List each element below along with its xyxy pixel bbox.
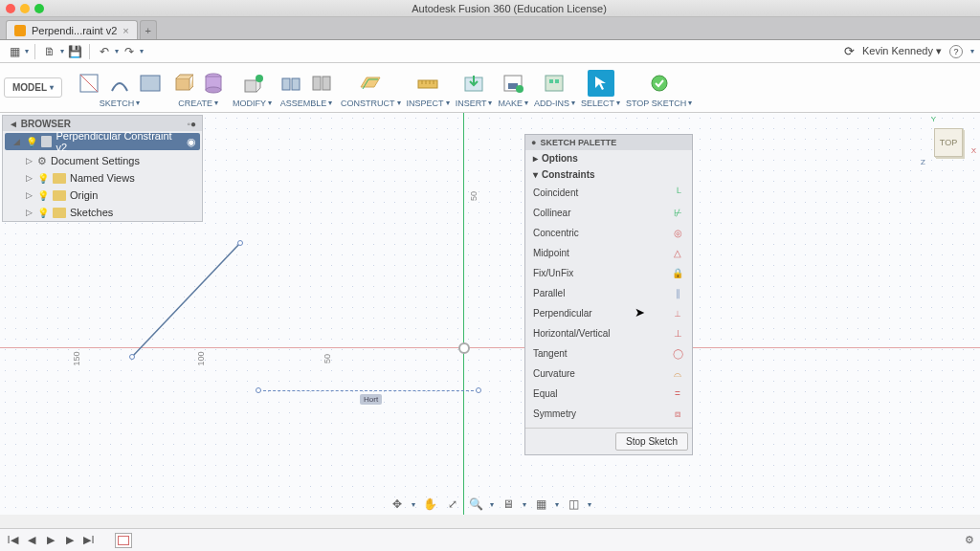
collapse-icon[interactable]: ◢ [12, 137, 22, 146]
ribbon-group-label[interactable]: CONSTRUCT ▾ [341, 99, 401, 108]
redo-icon[interactable]: ↷ [121, 43, 138, 60]
ribbon-group-label[interactable]: INSPECT ▾ [407, 99, 450, 108]
timeline-end-icon[interactable]: ▶I [82, 534, 96, 546]
viewport-icon[interactable]: ◫ [565, 496, 582, 512]
stop-sketch-icon[interactable] [646, 70, 673, 97]
sketch-endpoint[interactable] [476, 387, 481, 393]
constraint-concentric[interactable]: Concentric◎ [525, 223, 692, 243]
save-icon[interactable]: 💾 [66, 43, 83, 60]
constraint-midpoint[interactable]: Midpoint△ [525, 243, 692, 263]
constraint-perpendicular[interactable]: Perpendicular⟂ [525, 303, 692, 323]
expand-icon[interactable]: ▷ [24, 173, 33, 183]
chevron-down-icon[interactable]: ▾ [60, 47, 64, 55]
constraint-horizontalvertical[interactable]: Horizontal/Vertical⊥ [525, 323, 692, 343]
ribbon-group-label[interactable]: INSERT ▾ [456, 99, 493, 108]
timeline-start-icon[interactable]: I◀ [6, 534, 19, 546]
constraint-tangent[interactable]: Tangent◯ [525, 343, 692, 364]
visibility-icon[interactable]: 💡 [37, 173, 49, 184]
joint-origin-icon[interactable] [308, 70, 335, 97]
ribbon-group-label[interactable]: SKETCH ▾ [100, 99, 141, 108]
fit-icon[interactable]: 🔍 [467, 496, 484, 512]
addins-icon[interactable] [541, 70, 568, 97]
palette-header[interactable]: ● SKETCH PALETTE [525, 135, 692, 150]
palette-section-constraints[interactable]: ▾ Constraints [525, 166, 692, 183]
ribbon-group-label[interactable]: SELECT ▾ [581, 99, 620, 108]
minimize-window-icon[interactable] [20, 4, 30, 13]
ribbon-group-label[interactable]: CREATE ▾ [178, 99, 218, 108]
timeline-settings-icon[interactable]: ⚙ [965, 534, 974, 546]
constraint-parallel[interactable]: Parallel∥ [525, 283, 692, 303]
insert-icon[interactable] [460, 70, 487, 97]
active-radio-icon[interactable]: ◉ [187, 136, 196, 148]
chevron-down-icon[interactable]: ▾ [115, 47, 119, 55]
joint-icon[interactable] [278, 70, 304, 97]
constraint-curvature[interactable]: Curvature⌓ [525, 364, 692, 384]
expand-icon[interactable]: ▷ [24, 190, 33, 200]
pan-icon[interactable]: ✋ [421, 496, 438, 512]
sketch-endpoint[interactable] [237, 240, 243, 246]
data-panel-icon[interactable]: ▦ [6, 43, 23, 60]
timeline-next-icon[interactable]: ▶ [63, 534, 77, 546]
browser-root-node[interactable]: ◢ 💡 Perpendicular Constraint v2 ◉ [5, 133, 200, 150]
ribbon-group-label[interactable]: ASSEMBLE ▾ [280, 99, 333, 108]
expand-icon[interactable]: ▷ [24, 156, 33, 165]
box-icon[interactable] [169, 70, 196, 97]
visibility-icon[interactable]: 💡 [37, 208, 49, 218]
undo-icon[interactable]: ↶ [96, 43, 113, 60]
constraint-collinear[interactable]: Collinear⊬ [525, 203, 692, 223]
constraint-symmetry[interactable]: Symmetry⧈ [525, 404, 692, 424]
ribbon-group-label[interactable]: MAKE ▾ [498, 99, 528, 108]
file-menu-icon[interactable]: 🗎 [41, 43, 58, 60]
zoom-icon[interactable]: ⤢ [444, 496, 461, 512]
timeline-play-icon[interactable]: ▶ [44, 534, 57, 546]
viewcube-face[interactable]: TOP [934, 128, 963, 157]
expand-icon[interactable]: ▷ [24, 208, 33, 217]
plane-icon[interactable] [357, 70, 384, 97]
chevron-down-icon[interactable]: ▾ [970, 47, 974, 55]
press-pull-icon[interactable] [239, 70, 266, 97]
stop-sketch-button[interactable]: Stop Sketch [615, 432, 688, 451]
print3d-icon[interactable] [500, 70, 526, 97]
chevron-down-icon[interactable]: ▾ [140, 47, 144, 55]
timeline-feature-sketch-icon[interactable] [115, 533, 132, 548]
constraint-equal[interactable]: Equal= [525, 384, 692, 404]
help-icon[interactable]: ? [949, 45, 963, 58]
browser-node[interactable]: ▷💡Sketches [3, 204, 202, 221]
grid-icon[interactable]: ▦ [532, 496, 549, 512]
sketch-endpoint[interactable] [129, 354, 135, 360]
user-menu[interactable]: Kevin Kennedy ▾ [862, 45, 942, 57]
document-tab[interactable]: Perpendi...raint v2 × [6, 20, 138, 39]
visibility-icon[interactable]: 💡 [26, 137, 37, 147]
ribbon-group-label[interactable]: ADD-INS ▾ [534, 99, 575, 108]
chevron-down-icon[interactable]: ▾ [25, 47, 29, 55]
close-tab-icon[interactable]: × [122, 25, 128, 36]
sketch-line-horizontal[interactable] [258, 390, 479, 391]
new-tab-button[interactable]: + [140, 20, 157, 39]
browser-node[interactable]: ▷💡Origin [3, 187, 202, 204]
sketch-endpoint[interactable] [256, 387, 261, 393]
cylinder-icon[interactable] [200, 70, 227, 97]
browser-pin-icon[interactable]: ◦● [187, 119, 196, 129]
constraint-coincident[interactable]: Coincident└ [525, 183, 692, 203]
timeline-prev-icon[interactable]: ◀ [25, 534, 38, 546]
rectangle-tool-icon[interactable] [137, 70, 164, 97]
browser-node[interactable]: ▷💡Named Views [3, 169, 202, 187]
viewcube[interactable]: Y X Z TOP [926, 121, 970, 165]
select-icon[interactable] [588, 70, 614, 97]
maximize-window-icon[interactable] [34, 4, 44, 13]
browser-header[interactable]: ◄ BROWSER ◦● [3, 116, 202, 131]
constraint-fixunfix[interactable]: Fix/UnFix🔒 [525, 263, 692, 283]
ribbon-group-label[interactable]: MODIFY ▾ [233, 99, 272, 108]
visibility-icon[interactable]: 💡 [37, 190, 49, 201]
close-window-icon[interactable] [6, 4, 15, 13]
palette-section-options[interactable]: ▸ Options [525, 150, 692, 166]
measure-icon[interactable] [414, 70, 441, 97]
line-tool-icon[interactable] [106, 70, 133, 97]
display-icon[interactable]: 🖥 [500, 496, 517, 512]
workspace-switcher[interactable]: MODEL▾ [4, 77, 62, 98]
create-sketch-icon[interactable] [76, 70, 102, 97]
constraint-badge[interactable]: Hort [360, 394, 382, 405]
ribbon-group-label[interactable]: STOP SKETCH ▾ [626, 99, 692, 108]
orbit-icon[interactable]: ✥ [389, 496, 406, 512]
job-status-icon[interactable]: ⟳ [844, 44, 855, 58]
